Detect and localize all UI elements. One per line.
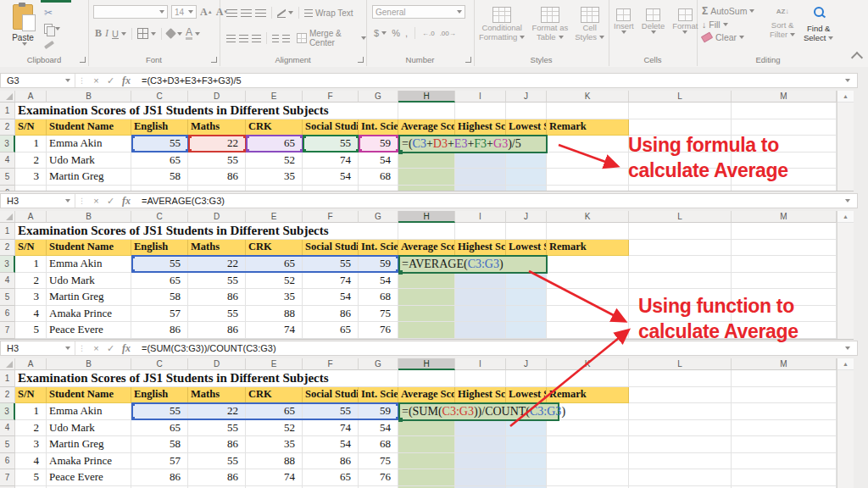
enter-icon[interactable]: ✓ (103, 196, 118, 207)
row-header-4[interactable]: 4 (0, 152, 15, 169)
cell-M1[interactable] (732, 223, 837, 240)
row-header-7[interactable]: 7 (0, 322, 15, 339)
cell-A6[interactable]: 4 (15, 453, 47, 470)
cell-D4[interactable]: 55 (188, 152, 246, 169)
cell-I2[interactable]: Highest Scor (455, 240, 506, 257)
cell-B5[interactable]: Martin Greg (47, 436, 131, 453)
vertical-scrollbar[interactable]: ▲ (837, 91, 854, 191)
column-header-C[interactable]: C (131, 211, 188, 223)
insert-function-icon[interactable]: fx (118, 195, 135, 208)
cell-C2[interactable]: English (131, 240, 188, 257)
cell-M4[interactable] (732, 420, 837, 437)
row-header-2[interactable]: 2 (0, 119, 15, 136)
cell-I2[interactable]: Highest Scor (455, 387, 506, 404)
column-header-B[interactable]: B (47, 91, 131, 103)
cell-H2[interactable]: Average Sco (398, 119, 455, 136)
cell-A2[interactable]: S/N (15, 240, 47, 257)
wrap-text-button[interactable]: Wrap Text (304, 8, 353, 18)
cell-E4[interactable]: 52 (246, 152, 303, 169)
cell-J5[interactable] (506, 169, 547, 186)
align-middle-icon[interactable] (241, 9, 252, 17)
cell-E5[interactable]: 35 (246, 169, 303, 186)
cell-K7[interactable] (547, 469, 629, 486)
conditional-formatting-button[interactable]: ConditionalFormatting (479, 7, 525, 42)
column-header-J[interactable]: J (506, 91, 547, 103)
cell-J4[interactable] (506, 420, 547, 437)
cell-I4[interactable] (455, 273, 506, 290)
format-as-table-button[interactable]: Format asTable (531, 7, 568, 42)
delete-cells-button[interactable]: Delete (642, 8, 665, 34)
name-box[interactable]: G3 (1, 74, 75, 87)
cell-K3[interactable] (547, 256, 629, 273)
cell-H5[interactable] (398, 169, 455, 186)
align-left-icon[interactable] (226, 35, 236, 42)
orientation-button[interactable] (277, 8, 293, 18)
cell-C4[interactable]: 65 (131, 273, 188, 290)
alignment-dialog-launcher[interactable] (358, 57, 364, 63)
cell-C2[interactable]: English (131, 387, 188, 404)
cell-A5[interactable]: 3 (15, 436, 47, 453)
cell-L1[interactable] (629, 370, 732, 387)
clipboard-dialog-launcher[interactable] (80, 57, 86, 63)
cell-K2[interactable]: Remark (547, 387, 629, 404)
increase-decimal-button[interactable]: ←.0 (422, 30, 435, 37)
cell-I1[interactable] (455, 370, 506, 387)
cell-C7[interactable]: 86 (131, 469, 188, 486)
vertical-scrollbar[interactable]: ▲ (837, 358, 854, 488)
cell-E6[interactable]: 88 (246, 453, 303, 470)
cell-D6[interactable] (188, 186, 246, 192)
column-header-K[interactable]: K (547, 91, 629, 103)
number-dialog-launcher[interactable] (465, 57, 471, 63)
cell-G2[interactable]: Int. Science (359, 240, 398, 257)
cell-C3[interactable]: 55 (131, 256, 188, 273)
cell-L2[interactable] (629, 387, 732, 404)
select-all-corner[interactable] (0, 358, 15, 370)
grow-font-button[interactable]: A▲ (200, 6, 213, 19)
cell-F3[interactable]: 55 (303, 256, 359, 273)
column-header-E[interactable]: E (246, 91, 303, 103)
cancel-icon[interactable]: × (89, 196, 103, 206)
cell-J4[interactable] (506, 152, 547, 169)
cell-I4[interactable] (455, 420, 506, 437)
column-header-H[interactable]: H (398, 211, 455, 223)
cell-H6[interactable] (398, 306, 455, 323)
vertical-scrollbar[interactable]: ▲ (837, 211, 854, 339)
cell-J5[interactable] (506, 436, 547, 453)
cell-K3[interactable] (547, 136, 629, 152)
cell-G4[interactable]: 54 (359, 152, 398, 169)
cell-I6[interactable] (455, 186, 506, 192)
cell-B3[interactable]: Emma Akin (47, 256, 131, 273)
column-header-M[interactable]: M (732, 358, 837, 370)
cell-F3[interactable]: 55 (303, 403, 359, 420)
column-header-D[interactable]: D (188, 211, 246, 223)
cell-K5[interactable] (547, 169, 629, 186)
insert-function-icon[interactable]: fx (118, 75, 135, 87)
cell-A7[interactable]: 5 (15, 469, 47, 486)
cut-button[interactable]: ✂ (44, 7, 60, 18)
column-header-F[interactable]: F (303, 211, 359, 223)
cell-D2[interactable]: Maths (188, 119, 246, 136)
cell-E6[interactable]: 88 (246, 306, 303, 323)
cell-K1[interactable] (547, 223, 629, 240)
cell-D5[interactable]: 86 (188, 289, 246, 306)
align-right-icon[interactable] (252, 35, 261, 42)
name-box[interactable]: H3 (1, 341, 75, 355)
align-top-icon[interactable] (226, 9, 237, 17)
cell-I1[interactable] (455, 223, 506, 240)
cell-F3[interactable]: 55 (303, 136, 359, 152)
cell-G4[interactable]: 54 (359, 273, 398, 290)
cell-F2[interactable]: Social Studie (303, 387, 359, 404)
cell-J7[interactable] (506, 322, 547, 339)
row-header-6[interactable]: 6 (0, 186, 15, 192)
format-painter-button[interactable] (44, 39, 60, 50)
cell-M7[interactable] (732, 469, 837, 486)
column-header-L[interactable]: L (629, 211, 732, 223)
cell-L1[interactable] (629, 223, 732, 240)
select-all-corner[interactable] (0, 211, 15, 223)
row-header-3[interactable]: 3 (0, 403, 15, 420)
enter-icon[interactable]: ✓ (103, 75, 118, 86)
cancel-icon[interactable]: × (89, 343, 103, 353)
cell-I6[interactable] (455, 306, 506, 323)
column-header-K[interactable]: K (547, 358, 629, 370)
cell-G3[interactable]: 59 (359, 403, 398, 420)
